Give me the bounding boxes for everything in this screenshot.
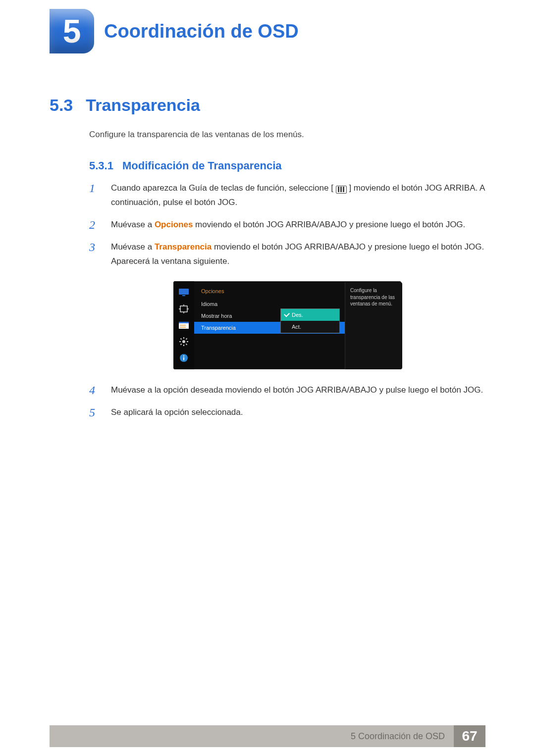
section-number: 5.3	[50, 96, 73, 115]
osd-help-text: Configure la transparencia de las ventan…	[345, 282, 402, 369]
step-3: 3 Muévase a Transparencia moviendo el bo…	[89, 240, 485, 269]
step-4: 4 Muévase a la opción deseada moviendo e…	[89, 383, 485, 398]
osd-option-act: Act.	[281, 321, 339, 333]
footer-page-number: 67	[454, 725, 485, 747]
subsection-heading: 5.3.1 Modificación de Transparencia	[89, 159, 485, 172]
step-1: 1 Cuando aparezca la Guía de teclas de f…	[89, 181, 485, 210]
step-body: Muévase a Transparencia moviendo el botó…	[111, 240, 485, 269]
svg-rect-10	[183, 355, 184, 356]
osd-option-des: Des.	[281, 309, 339, 321]
step-2: 2 Muévase a Opciones moviendo el botón J…	[89, 218, 485, 232]
steps-list: 1 Cuando aparezca la Guía de teclas de f…	[89, 181, 485, 420]
step-text: Muévase a	[111, 242, 155, 252]
step-number: 4	[89, 383, 102, 396]
step-number: 3	[89, 240, 102, 253]
subsection-number: 5.3.1	[89, 159, 113, 172]
svg-rect-9	[183, 357, 184, 360]
osd-submenu: Des. Act.	[280, 308, 340, 333]
osd-label: Transparencia	[201, 325, 236, 331]
svg-rect-0	[179, 289, 189, 295]
section-title: Transparencia	[86, 96, 200, 115]
monitor-icon	[178, 288, 189, 297]
chapter-header: 5 Coordinación de OSD	[50, 0, 485, 53]
step-5: 5 Se aplicará la opción seleccionada.	[89, 405, 485, 420]
resize-icon	[178, 304, 189, 313]
svg-rect-2	[180, 306, 187, 312]
step-text: moviendo el botón JOG ARRIBA/ABAJO y pre…	[193, 220, 465, 229]
section-description: Configure la transparencia de las ventan…	[89, 130, 485, 140]
step-number: 5	[89, 405, 102, 418]
step-body: Cuando aparezca la Guía de teclas de fun…	[111, 181, 485, 210]
list-icon	[178, 321, 189, 330]
osd-label: Idioma	[201, 301, 217, 307]
osd-sidebar	[173, 281, 194, 369]
step-body: Se aplicará la opción seleccionada.	[111, 405, 243, 420]
step-text: Cuando aparezca la Guía de teclas de fun…	[111, 183, 333, 193]
menu-icon	[336, 186, 347, 194]
highlight-text: Opciones	[155, 220, 193, 229]
step-body: Muévase a Opciones moviendo el botón JOG…	[111, 218, 465, 232]
svg-rect-4	[179, 322, 189, 323]
osd-label: Mostrar hora	[201, 313, 232, 319]
info-icon	[178, 353, 189, 362]
subsection-title: Modificación de Transparencia	[122, 159, 282, 172]
gear-icon	[178, 337, 189, 346]
chapter-number-badge: 5	[50, 9, 94, 53]
highlight-text: Transparencia	[155, 242, 212, 252]
step-number: 2	[89, 218, 102, 231]
svg-point-7	[182, 340, 185, 343]
footer-chapter: 5 Coordinación de OSD	[50, 725, 454, 747]
step-number: 1	[89, 181, 102, 194]
svg-rect-5	[180, 325, 186, 326]
svg-rect-1	[182, 295, 185, 296]
chapter-title: Coordinación de OSD	[104, 9, 299, 53]
osd-screenshot: Opciones Idioma Español Mostrar hora Tra…	[173, 281, 401, 369]
step-body: Muévase a la opción deseada moviendo el …	[111, 383, 483, 398]
section-heading: 5.3 Transparencia	[50, 96, 485, 115]
step-text: Muévase a	[111, 220, 155, 229]
page-footer: 5 Coordinación de OSD 67	[0, 725, 535, 747]
svg-rect-6	[180, 327, 186, 328]
chapter-number: 5	[63, 12, 81, 50]
